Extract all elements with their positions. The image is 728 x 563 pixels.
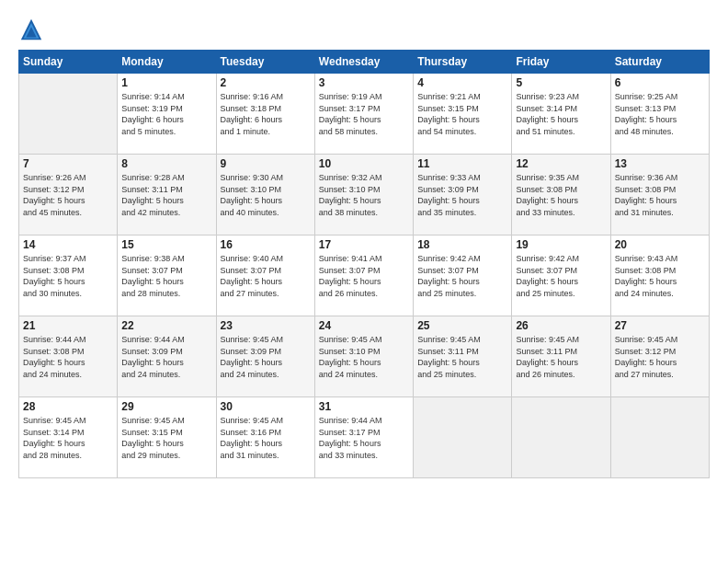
weekday-header-thursday: Thursday (414, 51, 512, 74)
day-info: Sunrise: 9:16 AM Sunset: 3:18 PM Dayligh… (221, 91, 311, 137)
day-info: Sunrise: 9:44 AM Sunset: 3:17 PM Dayligh… (319, 415, 409, 461)
day-number: 30 (221, 400, 311, 413)
day-number: 20 (615, 238, 705, 251)
calendar-cell: 22Sunrise: 9:44 AM Sunset: 3:09 PM Dayli… (118, 316, 216, 397)
day-number: 6 (615, 76, 705, 89)
weekday-header-sunday: Sunday (19, 51, 118, 74)
day-info: Sunrise: 9:33 AM Sunset: 3:09 PM Dayligh… (417, 172, 507, 218)
calendar-cell: 5Sunrise: 9:23 AM Sunset: 3:14 PM Daylig… (512, 74, 610, 155)
day-number: 9 (221, 157, 311, 170)
calendar-cell: 20Sunrise: 9:43 AM Sunset: 3:08 PM Dayli… (610, 236, 709, 316)
day-info: Sunrise: 9:44 AM Sunset: 3:09 PM Dayligh… (121, 334, 211, 380)
day-info: Sunrise: 9:44 AM Sunset: 3:08 PM Dayligh… (23, 334, 113, 380)
day-number: 24 (319, 319, 409, 332)
day-info: Sunrise: 9:41 AM Sunset: 3:07 PM Dayligh… (319, 253, 409, 299)
day-info: Sunrise: 9:25 AM Sunset: 3:13 PM Dayligh… (615, 91, 705, 137)
day-info: Sunrise: 9:45 AM Sunset: 3:15 PM Dayligh… (121, 415, 211, 461)
day-info: Sunrise: 9:45 AM Sunset: 3:09 PM Dayligh… (221, 334, 311, 380)
weekday-header-row: SundayMondayTuesdayWednesdayThursdayFrid… (19, 51, 710, 74)
day-number: 1 (121, 76, 211, 89)
calendar-cell: 27Sunrise: 9:45 AM Sunset: 3:12 PM Dayli… (610, 316, 709, 397)
day-info: Sunrise: 9:45 AM Sunset: 3:12 PM Dayligh… (615, 334, 705, 380)
calendar-cell: 18Sunrise: 9:42 AM Sunset: 3:07 PM Dayli… (414, 236, 512, 316)
calendar-cell: 1Sunrise: 9:14 AM Sunset: 3:19 PM Daylig… (118, 74, 216, 155)
calendar-cell: 12Sunrise: 9:35 AM Sunset: 3:08 PM Dayli… (512, 155, 610, 236)
calendar-cell: 29Sunrise: 9:45 AM Sunset: 3:15 PM Dayli… (118, 397, 216, 478)
day-number: 23 (221, 319, 311, 332)
calendar-cell (19, 74, 118, 155)
day-info: Sunrise: 9:21 AM Sunset: 3:15 PM Dayligh… (417, 91, 507, 137)
day-number: 18 (417, 238, 507, 251)
day-info: Sunrise: 9:32 AM Sunset: 3:10 PM Dayligh… (319, 172, 409, 218)
calendar-cell: 19Sunrise: 9:42 AM Sunset: 3:07 PM Dayli… (512, 236, 610, 316)
logo-icon (18, 17, 44, 42)
day-number: 29 (121, 400, 211, 413)
day-info: Sunrise: 9:38 AM Sunset: 3:07 PM Dayligh… (121, 253, 211, 299)
day-number: 3 (319, 76, 409, 89)
calendar-cell: 2Sunrise: 9:16 AM Sunset: 3:18 PM Daylig… (216, 74, 314, 155)
day-number: 8 (121, 157, 211, 170)
day-number: 4 (417, 76, 507, 89)
week-row-1: 7Sunrise: 9:26 AM Sunset: 3:12 PM Daylig… (19, 155, 710, 236)
day-info: Sunrise: 9:35 AM Sunset: 3:08 PM Dayligh… (516, 172, 606, 218)
day-number: 21 (23, 319, 113, 332)
calendar-cell: 17Sunrise: 9:41 AM Sunset: 3:07 PM Dayli… (314, 236, 413, 316)
weekday-header-wednesday: Wednesday (314, 51, 413, 74)
calendar-cell: 21Sunrise: 9:44 AM Sunset: 3:08 PM Dayli… (19, 316, 118, 397)
calendar-cell (414, 397, 512, 478)
calendar-cell: 13Sunrise: 9:36 AM Sunset: 3:08 PM Dayli… (610, 155, 709, 236)
calendar-cell: 10Sunrise: 9:32 AM Sunset: 3:10 PM Dayli… (314, 155, 413, 236)
calendar-cell: 25Sunrise: 9:45 AM Sunset: 3:11 PM Dayli… (414, 316, 512, 397)
calendar-cell (610, 397, 709, 478)
calendar-cell (512, 397, 610, 478)
weekday-header-saturday: Saturday (610, 51, 709, 74)
calendar-table: SundayMondayTuesdayWednesdayThursdayFrid… (18, 50, 710, 478)
weekday-header-friday: Friday (512, 51, 610, 74)
calendar-cell: 15Sunrise: 9:38 AM Sunset: 3:07 PM Dayli… (118, 236, 216, 316)
day-number: 2 (221, 76, 311, 89)
day-number: 31 (319, 400, 409, 413)
day-number: 19 (516, 238, 606, 251)
day-number: 15 (121, 238, 211, 251)
logo (18, 17, 48, 42)
calendar-cell: 31Sunrise: 9:44 AM Sunset: 3:17 PM Dayli… (314, 397, 413, 478)
weekday-header-tuesday: Tuesday (216, 51, 314, 74)
day-number: 27 (615, 319, 705, 332)
week-row-2: 14Sunrise: 9:37 AM Sunset: 3:08 PM Dayli… (19, 236, 710, 316)
day-info: Sunrise: 9:19 AM Sunset: 3:17 PM Dayligh… (319, 91, 409, 137)
day-number: 22 (121, 319, 211, 332)
day-info: Sunrise: 9:26 AM Sunset: 3:12 PM Dayligh… (23, 172, 113, 218)
calendar-cell: 30Sunrise: 9:45 AM Sunset: 3:16 PM Dayli… (216, 397, 314, 478)
calendar-cell: 23Sunrise: 9:45 AM Sunset: 3:09 PM Dayli… (216, 316, 314, 397)
day-info: Sunrise: 9:45 AM Sunset: 3:16 PM Dayligh… (221, 415, 311, 461)
calendar-cell: 8Sunrise: 9:28 AM Sunset: 3:11 PM Daylig… (118, 155, 216, 236)
day-number: 10 (319, 157, 409, 170)
day-number: 7 (23, 157, 113, 170)
day-number: 16 (221, 238, 311, 251)
week-row-4: 28Sunrise: 9:45 AM Sunset: 3:14 PM Dayli… (19, 397, 710, 478)
day-info: Sunrise: 9:37 AM Sunset: 3:08 PM Dayligh… (23, 253, 113, 299)
calendar-cell: 14Sunrise: 9:37 AM Sunset: 3:08 PM Dayli… (19, 236, 118, 316)
calendar-cell: 26Sunrise: 9:45 AM Sunset: 3:11 PM Dayli… (512, 316, 610, 397)
day-info: Sunrise: 9:45 AM Sunset: 3:11 PM Dayligh… (417, 334, 507, 380)
day-info: Sunrise: 9:14 AM Sunset: 3:19 PM Dayligh… (121, 91, 211, 137)
calendar-cell: 4Sunrise: 9:21 AM Sunset: 3:15 PM Daylig… (414, 74, 512, 155)
day-info: Sunrise: 9:43 AM Sunset: 3:08 PM Dayligh… (615, 253, 705, 299)
day-number: 26 (516, 319, 606, 332)
calendar-cell: 6Sunrise: 9:25 AM Sunset: 3:13 PM Daylig… (610, 74, 709, 155)
day-number: 12 (516, 157, 606, 170)
day-number: 14 (23, 238, 113, 251)
day-number: 28 (23, 400, 113, 413)
calendar-cell: 7Sunrise: 9:26 AM Sunset: 3:12 PM Daylig… (19, 155, 118, 236)
weekday-header-monday: Monday (118, 51, 216, 74)
day-info: Sunrise: 9:23 AM Sunset: 3:14 PM Dayligh… (516, 91, 606, 137)
day-info: Sunrise: 9:36 AM Sunset: 3:08 PM Dayligh… (615, 172, 705, 218)
day-info: Sunrise: 9:45 AM Sunset: 3:11 PM Dayligh… (516, 334, 606, 380)
day-info: Sunrise: 9:30 AM Sunset: 3:10 PM Dayligh… (221, 172, 311, 218)
week-row-0: 1Sunrise: 9:14 AM Sunset: 3:19 PM Daylig… (19, 74, 710, 155)
day-number: 5 (516, 76, 606, 89)
calendar-cell: 16Sunrise: 9:40 AM Sunset: 3:07 PM Dayli… (216, 236, 314, 316)
day-number: 25 (417, 319, 507, 332)
calendar-cell: 24Sunrise: 9:45 AM Sunset: 3:10 PM Dayli… (314, 316, 413, 397)
day-number: 13 (615, 157, 705, 170)
